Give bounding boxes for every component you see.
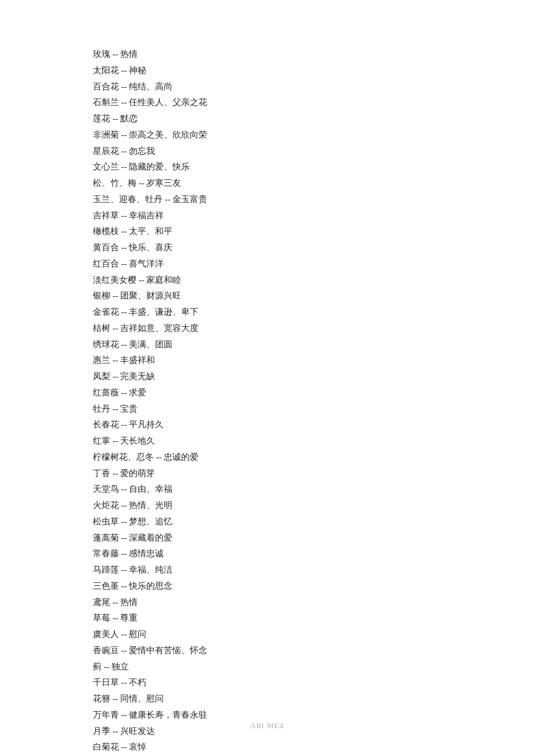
list-item: 百合花 -- 纯结、高尚 bbox=[93, 79, 441, 95]
list-item: 松虫草 -- 梦想、追忆 bbox=[93, 514, 441, 530]
list-item: 香豌豆 -- 爱情中有苦恼、怀念 bbox=[93, 643, 441, 659]
main-content: 玫瑰 -- 热情太阳花 -- 神秘百合花 -- 纯结、高尚石斛兰 -- 任性美人… bbox=[0, 0, 534, 756]
list-item: 玉兰、迎春、牡丹 -- 金玉富贵 bbox=[93, 192, 441, 208]
list-item: 草莓 -- 尊重 bbox=[93, 610, 441, 627]
list-item: 花簪 -- 同情、慰问 bbox=[93, 691, 441, 707]
list-item: 黄百合 -- 快乐、喜庆 bbox=[93, 240, 441, 256]
list-item: 桔树 -- 吉祥如意、宽容大度 bbox=[93, 321, 441, 337]
list-item: 吉祥草 -- 幸福吉祥 bbox=[93, 208, 441, 224]
list-item: 文心兰 -- 隐藏的爱、快乐 bbox=[93, 159, 441, 175]
list-item: 星辰花 -- 勿忘我 bbox=[93, 143, 441, 160]
list-item: 太阳花 -- 神秘 bbox=[93, 63, 441, 79]
flower-list: 玫瑰 -- 热情太阳花 -- 神秘百合花 -- 纯结、高尚石斛兰 -- 任性美人… bbox=[93, 46, 441, 755]
list-item: 三色堇 -- 快乐的思念 bbox=[93, 578, 441, 595]
list-item: 蓬蒿菊 -- 深藏着的爱 bbox=[93, 530, 441, 546]
list-item: 火炬花 -- 热情、光明 bbox=[93, 498, 441, 514]
list-item: 常春藤 -- 感情忠诚 bbox=[93, 546, 441, 562]
list-item: 马蹄莲 -- 幸福、纯洁 bbox=[93, 562, 441, 578]
list-item: 绣球花 -- 美满、团圆 bbox=[93, 337, 441, 353]
list-item: 银柳 -- 团聚、财源兴旺 bbox=[93, 288, 441, 304]
list-item: 鸢尾 -- 热情 bbox=[93, 595, 441, 611]
list-item: 蓟 -- 独立 bbox=[93, 659, 441, 675]
list-item: 淡红美女樱 -- 家庭和睦 bbox=[93, 272, 441, 289]
list-item: 柠檬树花、忍冬 -- 忠诚的爱 bbox=[93, 449, 441, 466]
list-item: 虞美人 -- 慰问 bbox=[93, 627, 441, 643]
list-item: 红百合 -- 喜气洋洋 bbox=[93, 256, 441, 272]
list-item: 非洲菊 -- 崇高之美、欣欣向荣 bbox=[93, 127, 441, 143]
list-item: 千日草 -- 不朽 bbox=[93, 675, 441, 691]
list-item: 橄榄枝 -- 太平、和平 bbox=[93, 224, 441, 240]
list-item: 莲花 -- 默恋 bbox=[93, 111, 441, 127]
watermark-text: ARt MEd bbox=[250, 719, 284, 733]
list-item: 白菊花 -- 哀悼 bbox=[93, 739, 441, 755]
list-item: 牡丹 -- 宝贵 bbox=[93, 401, 441, 417]
list-item: 金雀花 -- 丰盛、谦逊、卑下 bbox=[93, 304, 441, 321]
list-item: 惠兰 -- 丰盛祥和 bbox=[93, 352, 441, 369]
list-item: 红蔷薇 -- 求爱 bbox=[93, 385, 441, 401]
list-item: 凤梨 -- 完美无缺 bbox=[93, 369, 441, 385]
list-item: 松、竹、梅 -- 岁寒三友 bbox=[93, 175, 441, 192]
list-item: 天堂鸟 -- 自由、幸福 bbox=[93, 481, 441, 498]
list-item: 长春花 -- 平凡持久 bbox=[93, 417, 441, 433]
list-item: 红掌 -- 天长地久 bbox=[93, 433, 441, 449]
list-item: 石斛兰 -- 任性美人、父亲之花 bbox=[93, 95, 441, 111]
list-item: 玫瑰 -- 热情 bbox=[93, 46, 441, 63]
list-item: 丁香 -- 爱的萌芽 bbox=[93, 466, 441, 482]
